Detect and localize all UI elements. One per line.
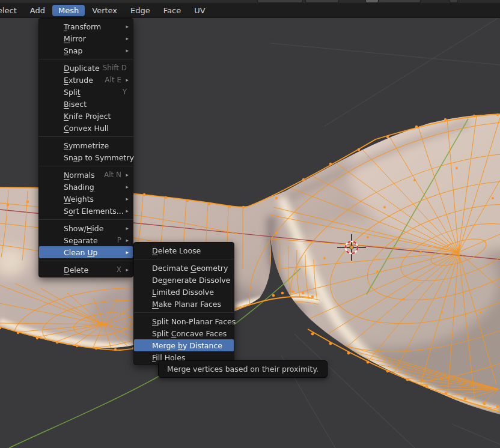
menu-separator <box>39 59 133 59</box>
menu-item-split-concave-faces[interactable]: Split Concave Faces <box>134 327 234 339</box>
menu-item-shortcut: Y <box>123 88 127 96</box>
menu-item-label: Decimate Geometry <box>152 264 228 273</box>
menu-separator <box>39 219 133 220</box>
menu-item-label: Extrude <box>64 76 93 85</box>
menubar-item-edge[interactable]: Edge <box>124 5 156 16</box>
tooltip: Merge vertices based on their proximity. <box>158 360 328 378</box>
menu-item-label: Split <box>64 88 81 97</box>
menubar-item-select-partial[interactable]: elect <box>0 5 23 16</box>
menu-item-separate[interactable]: SeparateP▸ <box>39 234 133 246</box>
menu-item-label: Duplicate <box>64 64 100 73</box>
menu-item-label: Degenerate Dissolve <box>152 276 230 285</box>
menu-item-extrude[interactable]: ExtrudeAlt E▸ <box>39 74 133 86</box>
menu-item-label: Merge by Distance <box>152 341 222 350</box>
menu-item-label: Split Concave Faces <box>152 329 227 338</box>
menu-item-label: Convex Hull <box>64 124 109 133</box>
menu-item-knife-project[interactable]: Knife Project <box>39 110 133 122</box>
blender-window: electAddMeshVertexEdgeFaceUV Transform▸M… <box>0 0 500 448</box>
menu-item-label: Snap to Symmetry <box>64 153 134 162</box>
submenu-arrow-icon: ▸ <box>123 23 129 29</box>
menubar-item-face[interactable]: Face <box>157 5 187 16</box>
menu-item-delete[interactable]: DeleteX▸ <box>39 264 133 276</box>
menubar-item-mesh[interactable]: Mesh <box>52 5 85 16</box>
menu-item-label: Bisect <box>64 100 87 109</box>
menu-item-shading[interactable]: Shading▸ <box>39 181 133 193</box>
menubar-item-add[interactable]: Add <box>24 5 51 16</box>
menu-item-label: Delete <box>64 265 88 274</box>
submenu-arrow-icon: ▸ <box>123 77 129 83</box>
menu-item-shortcut: P <box>117 236 121 244</box>
submenu-arrow-icon: ▸ <box>123 249 129 255</box>
viewport-menubar: electAddMeshVertexEdgeFaceUV <box>0 3 500 18</box>
menu-item-duplicate[interactable]: DuplicateShift D <box>39 62 133 74</box>
menu-separator <box>39 136 133 137</box>
menu-separator <box>134 259 234 259</box>
menubar-item-vertex[interactable]: Vertex <box>86 5 123 16</box>
menubar-item-uv[interactable]: UV <box>188 5 211 16</box>
menu-item-snap[interactable]: Snap▸ <box>39 44 133 56</box>
menu-item-transform[interactable]: Transform▸ <box>39 20 133 32</box>
submenu-arrow-icon: ▸ <box>123 35 129 41</box>
menu-item-clean-up[interactable]: Clean Up▸ <box>39 246 133 258</box>
menu-item-degenerate-dissolve[interactable]: Degenerate Dissolve <box>134 274 234 286</box>
submenu-arrow-icon: ▸ <box>124 208 129 214</box>
menu-item-label: Split Non-Planar Faces <box>152 317 236 326</box>
menu-item-decimate-geometry[interactable]: Decimate Geometry <box>134 262 234 274</box>
menu-item-label: Transform <box>64 22 101 31</box>
menu-item-convex-hull[interactable]: Convex Hull <box>39 122 133 134</box>
mesh-menu-dropdown: Transform▸Mirror▸Snap▸DuplicateShift DEx… <box>38 18 133 277</box>
menu-item-label: Symmetrize <box>64 141 109 150</box>
menu-item-label: Mirror <box>64 34 86 43</box>
menu-item-delete-loose[interactable]: Delete Loose <box>134 244 234 256</box>
menu-item-split-non-planar-faces[interactable]: Split Non-Planar Faces <box>134 315 234 327</box>
menu-item-label: Show/Hide <box>64 224 103 233</box>
menu-item-shortcut: Shift D <box>103 64 127 72</box>
menu-item-limited-dissolve[interactable]: Limited Dissolve <box>134 286 234 298</box>
menu-item-shortcut: Alt N <box>104 171 121 179</box>
menu-item-sort-elements[interactable]: Sort Elements...▸ <box>39 205 133 217</box>
menu-item-label: Shading <box>64 183 94 192</box>
menu-item-show-hide[interactable]: Show/Hide▸ <box>39 222 133 234</box>
menu-item-label: Delete Loose <box>152 246 201 255</box>
cleanup-submenu: Delete LooseDecimate GeometryDegenerate … <box>133 242 234 365</box>
menu-item-weights[interactable]: Weights▸ <box>39 193 133 205</box>
menu-item-shortcut: Alt E <box>105 76 121 84</box>
menu-item-label: Clean Up <box>64 248 98 257</box>
menu-item-merge-by-distance[interactable]: Merge by Distance <box>134 339 234 351</box>
submenu-arrow-icon: ▸ <box>123 237 129 243</box>
submenu-arrow-icon: ▸ <box>123 184 129 190</box>
menu-item-label: Make Planar Faces <box>152 300 221 309</box>
submenu-arrow-icon: ▸ <box>123 225 129 231</box>
menu-item-label: Separate <box>64 236 98 245</box>
menu-item-label: Knife Project <box>64 112 111 121</box>
menu-item-split[interactable]: SplitY <box>39 86 133 98</box>
menu-item-snap-to-symmetry[interactable]: Snap to Symmetry <box>39 151 133 163</box>
menu-item-label: Limited Dissolve <box>152 288 214 297</box>
tooltip-text: Merge vertices based on their proximity. <box>167 365 319 374</box>
menu-item-symmetrize[interactable]: Symmetrize <box>39 139 133 151</box>
menu-item-normals[interactable]: NormalsAlt N▸ <box>39 169 133 181</box>
submenu-arrow-icon: ▸ <box>123 47 129 53</box>
menu-item-mirror[interactable]: Mirror▸ <box>39 32 133 44</box>
menu-item-bisect[interactable]: Bisect <box>39 98 133 110</box>
menu-item-label: Weights <box>64 195 94 204</box>
menu-separator <box>39 166 133 166</box>
submenu-arrow-icon: ▸ <box>123 267 129 273</box>
submenu-arrow-icon: ▸ <box>123 196 129 202</box>
menu-separator <box>39 261 133 261</box>
submenu-arrow-icon: ▸ <box>123 172 129 178</box>
menu-item-label: Snap <box>64 46 82 55</box>
menu-separator <box>134 312 234 313</box>
menu-item-label: Sort Elements... <box>64 207 124 216</box>
menu-item-label: Normals <box>64 171 95 180</box>
menu-item-shortcut: X <box>117 265 121 274</box>
menu-item-make-planar-faces[interactable]: Make Planar Faces <box>134 298 234 310</box>
